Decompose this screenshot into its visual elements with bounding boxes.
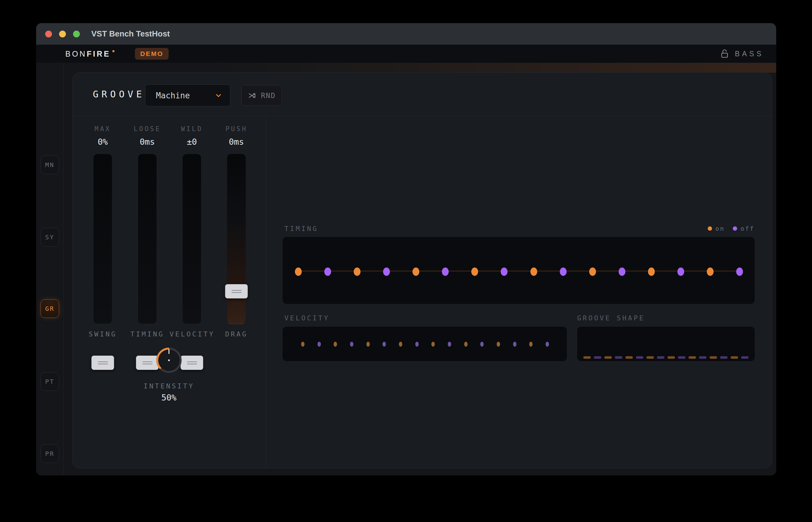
timing-legend: on off	[708, 225, 754, 232]
sidebar-tab-pt[interactable]: PT	[41, 372, 59, 391]
timing-section-label: TIMING	[284, 225, 318, 233]
swing-slider-handle[interactable]	[92, 356, 114, 370]
preset-area[interactable]: BASS	[720, 45, 764, 63]
bonfire-logo: BONFIRE	[65, 49, 115, 58]
groove-shape-bar	[699, 356, 707, 359]
groove-panel-header: GROOVE Machine RND	[73, 73, 772, 116]
sidebar-tab-pr[interactable]: PR	[41, 444, 59, 463]
timing-slider: LOOSE 0ms TIMING	[125, 125, 170, 345]
groove-shape-bar	[615, 356, 622, 359]
timing-step-dot[interactable]	[648, 267, 655, 276]
timing-step-dot[interactable]	[736, 267, 743, 276]
ambient-glow	[64, 63, 776, 73]
groove-panel: GROOVE Machine RND	[72, 72, 772, 468]
drag-param-label: PUSH	[214, 125, 259, 133]
groove-sliders: MAX 0% SWING LOOSE 0ms TIMING WI	[80, 125, 259, 345]
timing-value: 0ms	[125, 137, 170, 146]
timing-caption: TIMING	[125, 330, 170, 338]
groove-shape-bar	[604, 356, 612, 359]
drag-slider: PUSH 0ms DRAG	[214, 125, 259, 345]
timing-step-dot[interactable]	[619, 267, 625, 276]
plugin-nav-bar: BONFIRE DEMO BASS	[36, 45, 776, 63]
timing-step-dot[interactable]	[677, 267, 684, 276]
velocity-step-dot[interactable]	[301, 342, 305, 347]
velocity-step-dot[interactable]	[366, 342, 370, 347]
velocity-step-dot[interactable]	[431, 342, 435, 347]
sidebar-tab-mn[interactable]: MN	[41, 156, 59, 174]
timing-step-display[interactable]	[282, 237, 755, 304]
panel-title: GROOVE	[93, 89, 145, 100]
swing-param-label: MAX	[80, 125, 125, 133]
velocity-slider: WILD ±0 VELOCITY	[170, 125, 214, 345]
intensity-value: 50%	[124, 393, 214, 402]
content-area: MN SY GR PT PR GROOVE Machine	[36, 63, 776, 476]
velocity-step-dot[interactable]	[497, 342, 500, 347]
velocity-step-dot[interactable]	[480, 342, 484, 347]
groove-shape-bar	[625, 356, 633, 359]
minimize-window-button[interactable]	[59, 31, 66, 37]
velocity-step-dot[interactable]	[334, 342, 337, 347]
intensity-knob[interactable]	[155, 347, 182, 374]
lock-open-icon	[720, 49, 729, 59]
timing-step-dot[interactable]	[501, 267, 507, 276]
velocity-step-dot[interactable]	[545, 342, 549, 347]
groove-shape-bars	[583, 356, 749, 359]
drag-slider-handle[interactable]	[225, 284, 248, 298]
sidebar-tab-gr[interactable]: GR	[41, 299, 59, 318]
groove-preset-dropdown[interactable]: Machine	[145, 84, 230, 106]
velocity-step-dot[interactable]	[529, 342, 533, 347]
timing-step-dot[interactable]	[324, 267, 331, 276]
groove-shape-bar	[646, 356, 654, 359]
close-window-button[interactable]	[45, 31, 52, 37]
intensity-knob-block: INTENSITY 50%	[124, 347, 214, 402]
velocity-slider-track[interactable]	[182, 154, 201, 324]
timing-step-dot[interactable]	[560, 267, 567, 276]
window-title: VST Bench TestHost	[91, 29, 170, 39]
chevron-down-icon	[214, 92, 223, 100]
groove-preset-value: Machine	[156, 91, 190, 100]
groove-shape-bar	[678, 356, 685, 359]
velocity-step-dot[interactable]	[317, 342, 321, 347]
groove-shape-display[interactable]	[577, 326, 755, 362]
groove-shape-bar	[668, 356, 675, 359]
velocity-step-dot[interactable]	[399, 342, 402, 347]
timing-slider-track[interactable]	[138, 154, 157, 324]
velocity-step-dot[interactable]	[513, 342, 517, 347]
legend-label: on	[715, 225, 725, 232]
timing-step-dot[interactable]	[589, 267, 596, 276]
timing-step-dot[interactable]	[354, 267, 361, 276]
legend-label: off	[740, 225, 754, 232]
timing-step-dot[interactable]	[530, 267, 537, 276]
groove-shape-bar	[594, 356, 601, 359]
timing-step-dot[interactable]	[707, 267, 714, 276]
groove-shape-bar	[741, 356, 749, 359]
app-window: VST Bench TestHost BONFIRE DEMO BASS MN …	[36, 23, 776, 476]
velocity-step-display[interactable]	[282, 326, 567, 362]
drag-caption: DRAG	[214, 330, 259, 338]
groove-shape-bar	[710, 356, 717, 359]
timing-step-dot[interactable]	[383, 267, 390, 276]
shuffle-icon	[248, 91, 257, 100]
randomize-button[interactable]: RND	[241, 85, 282, 106]
timing-step-dot[interactable]	[471, 267, 478, 276]
sidebar-divider	[63, 63, 64, 476]
zoom-window-button[interactable]	[73, 31, 80, 37]
timing-step-dot[interactable]	[442, 267, 449, 276]
legend-item: on	[708, 225, 725, 232]
velocity-step-dot[interactable]	[448, 342, 451, 347]
velocity-steps	[301, 342, 549, 347]
velocity-caption: VELOCITY	[170, 330, 214, 338]
groove-shape-bar	[636, 356, 643, 359]
timing-step-dot[interactable]	[295, 267, 302, 276]
groove-shape-section-label: GROOVE SHAPE	[577, 314, 645, 322]
velocity-step-dot[interactable]	[464, 342, 468, 347]
velocity-step-dot[interactable]	[383, 342, 386, 347]
preset-name: BASS	[735, 50, 764, 58]
velocity-step-dot[interactable]	[415, 342, 419, 347]
drag-slider-track[interactable]	[227, 154, 246, 324]
sidebar-tab-sy[interactable]: SY	[41, 228, 59, 246]
velocity-step-dot[interactable]	[350, 342, 353, 347]
swing-caption: SWING	[80, 330, 125, 338]
timing-step-dot[interactable]	[412, 267, 419, 276]
swing-slider-track[interactable]	[93, 154, 112, 324]
